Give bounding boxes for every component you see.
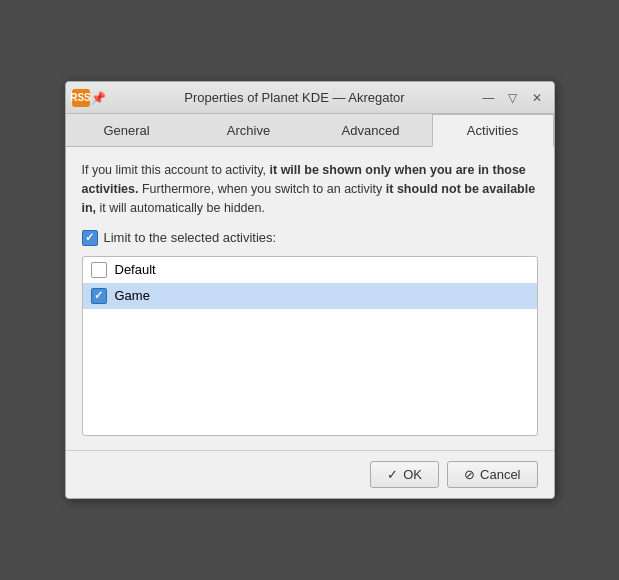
default-label: Default (115, 262, 156, 277)
minimize-button[interactable]: — (478, 87, 500, 109)
cancel-icon: ⊘ (464, 467, 475, 482)
game-checkbox[interactable] (91, 288, 107, 304)
tab-general[interactable]: General (66, 114, 188, 146)
info-text-part1: If you limit this account to activity, (82, 163, 270, 177)
restore-button[interactable]: ▽ (502, 87, 524, 109)
app-icon: RSS (72, 89, 90, 107)
ok-icon: ✓ (387, 467, 398, 482)
tab-advanced[interactable]: Advanced (310, 114, 432, 146)
limit-checkbox-row: Limit to the selected activities: (82, 230, 538, 246)
tab-archive[interactable]: Archive (188, 114, 310, 146)
limit-checkbox-label: Limit to the selected activities: (104, 230, 277, 245)
close-button[interactable]: ✕ (526, 87, 548, 109)
default-checkbox[interactable] (91, 262, 107, 278)
info-text-part3: it will automatically be hidden. (96, 201, 265, 215)
info-text-part2: Furthermore, when you switch to an activ… (138, 182, 385, 196)
list-item[interactable]: Game (83, 283, 537, 309)
dialog-footer: ✓ OK ⊘ Cancel (66, 450, 554, 498)
limit-checkbox[interactable] (82, 230, 98, 246)
tab-bar: General Archive Advanced Activities (66, 114, 554, 147)
dialog-window: RSS 📌 Properties of Planet KDE — Akregat… (65, 81, 555, 498)
tab-activities[interactable]: Activities (432, 114, 554, 147)
window-controls: — ▽ ✕ (478, 87, 548, 109)
game-label: Game (115, 288, 150, 303)
tab-content: If you limit this account to activity, i… (66, 147, 554, 449)
activities-list: Default Game (82, 256, 538, 436)
cancel-button[interactable]: ⊘ Cancel (447, 461, 537, 488)
titlebar: RSS 📌 Properties of Planet KDE — Akregat… (66, 82, 554, 114)
list-item[interactable]: Default (83, 257, 537, 283)
pin-icon: 📌 (90, 89, 108, 107)
window-title: Properties of Planet KDE — Akregator (112, 90, 478, 105)
cancel-label: Cancel (480, 467, 520, 482)
ok-label: OK (403, 467, 422, 482)
ok-button[interactable]: ✓ OK (370, 461, 439, 488)
info-description: If you limit this account to activity, i… (82, 161, 538, 217)
